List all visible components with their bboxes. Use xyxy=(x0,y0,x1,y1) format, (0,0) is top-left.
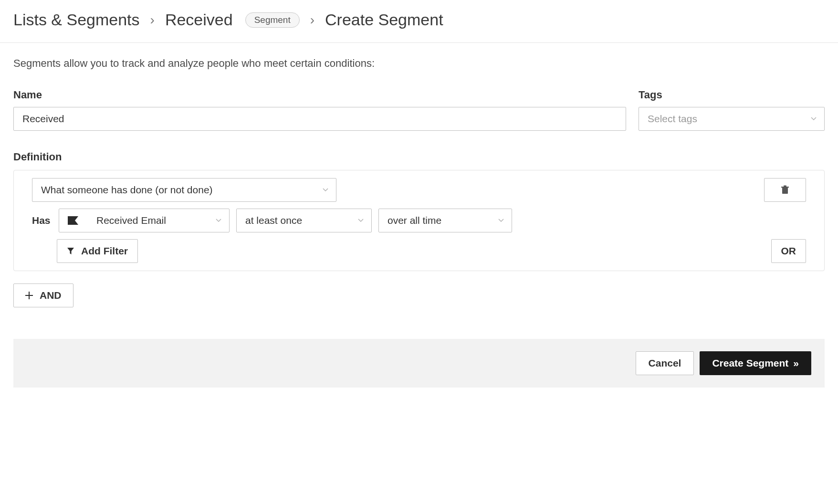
cancel-button[interactable]: Cancel xyxy=(636,351,694,375)
tags-placeholder: Select tags xyxy=(648,113,697,125)
svg-rect-2 xyxy=(784,186,786,187)
svg-rect-0 xyxy=(782,188,788,194)
raquo-icon: » xyxy=(793,357,799,369)
timeframe-select[interactable]: over all time xyxy=(378,209,512,232)
name-label: Name xyxy=(13,89,626,101)
condition-type-select[interactable]: What someone has done (or not done) xyxy=(32,178,336,202)
segment-badge: Segment xyxy=(245,12,300,28)
event-value: Received Email xyxy=(96,215,166,226)
frequency-select[interactable]: at least once xyxy=(236,209,372,232)
create-segment-button[interactable]: Create Segment » xyxy=(700,351,811,375)
chevron-right-icon: › xyxy=(150,12,155,28)
caret-down-icon xyxy=(358,219,364,222)
definition-label: Definition xyxy=(13,151,825,163)
and-button[interactable]: AND xyxy=(13,284,73,307)
svg-rect-1 xyxy=(781,187,789,188)
plus-icon xyxy=(25,292,33,299)
definition-box: What someone has done (or not done) xyxy=(13,170,825,271)
add-filter-button[interactable]: Add Filter xyxy=(57,239,138,263)
breadcrumb-current: Create Segment xyxy=(325,10,443,29)
create-segment-label: Create Segment xyxy=(712,357,788,369)
filter-icon xyxy=(67,247,74,255)
frequency-value: at least once xyxy=(245,215,302,226)
caret-down-icon xyxy=(498,219,504,222)
caret-down-icon xyxy=(811,117,817,121)
caret-down-icon xyxy=(323,188,328,192)
breadcrumb-item[interactable]: Received xyxy=(165,10,233,29)
caret-down-icon xyxy=(216,219,221,222)
has-label: Has xyxy=(32,215,52,226)
breadcrumb: Lists & Segments › Received Segment › Cr… xyxy=(0,0,838,42)
divider xyxy=(0,42,838,43)
delete-condition-button[interactable] xyxy=(764,178,806,202)
event-select[interactable]: Received Email xyxy=(59,209,230,232)
name-input[interactable] xyxy=(13,107,626,131)
condition-type-value: What someone has done (or not done) xyxy=(41,184,213,196)
tags-select[interactable]: Select tags xyxy=(639,107,825,131)
breadcrumb-root[interactable]: Lists & Segments xyxy=(13,10,140,29)
footer-actions: Cancel Create Segment » xyxy=(13,339,825,388)
tags-label: Tags xyxy=(639,89,825,101)
add-filter-label: Add Filter xyxy=(81,245,128,257)
trash-icon xyxy=(781,185,789,195)
intro-text: Segments allow you to track and analyze … xyxy=(13,57,825,70)
timeframe-value: over all time xyxy=(388,215,441,226)
flag-icon xyxy=(68,216,78,225)
and-label: AND xyxy=(40,290,62,301)
or-label: OR xyxy=(781,245,796,257)
chevron-right-icon: › xyxy=(310,12,314,28)
or-button[interactable]: OR xyxy=(771,239,807,263)
